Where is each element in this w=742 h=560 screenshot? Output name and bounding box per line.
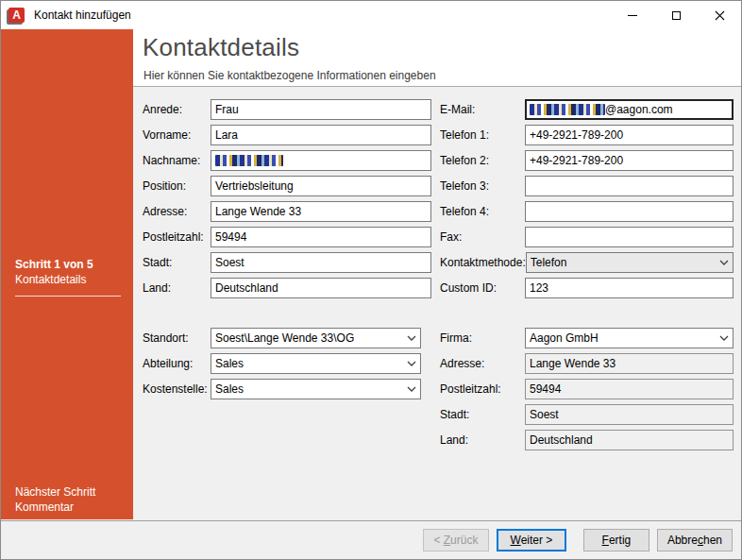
- fax-input[interactable]: [525, 227, 734, 247]
- form-row: Kostenstelle: Sales: [143, 379, 431, 399]
- form-row: Position:: [143, 176, 431, 196]
- form-row: Kontaktmethode: Telefon: [440, 252, 734, 273]
- standort-label: Standort:: [143, 331, 211, 345]
- stadt-input[interactable]: [211, 252, 431, 273]
- form-row: Land:: [440, 430, 734, 450]
- next-step-label: Nächster Schritt: [15, 484, 121, 500]
- firma-select[interactable]: Aagon GmbH: [525, 328, 734, 348]
- postleitzahl-label: Postleitzahl:: [143, 230, 211, 244]
- form-row: Abteilung: Sales: [143, 353, 431, 374]
- abteilung-value: Sales: [215, 357, 403, 370]
- form-row: Telefon 1:: [440, 125, 734, 145]
- kostenstelle-label: Kostenstelle:: [143, 382, 211, 396]
- close-button[interactable]: [698, 1, 741, 29]
- firma-label: Firma:: [440, 331, 525, 345]
- org-fields: Standort: Soest\Lange Wende 33\OG Abteil…: [143, 328, 431, 404]
- adresse-label: Adresse:: [143, 205, 211, 218]
- anrede-label: Anrede:: [143, 103, 211, 116]
- standort-value: Soest\Lange Wende 33\OG: [215, 331, 403, 345]
- form-row: Custom ID:: [440, 278, 734, 298]
- redacted-text: [530, 104, 605, 115]
- back-button: < Zurück: [423, 529, 489, 552]
- maximize-button[interactable]: [654, 1, 698, 29]
- form-area: Anrede: Vorname: Nachname: Position: Adr…: [133, 87, 741, 522]
- chevron-down-icon: [719, 260, 729, 265]
- maximize-icon: [672, 11, 681, 20]
- telefon4-input[interactable]: [525, 201, 734, 222]
- redacted-text: [215, 155, 283, 166]
- form-row: Standort: Soest\Lange Wende 33\OG: [143, 328, 431, 348]
- customid-input[interactable]: [525, 278, 734, 298]
- step-counter: Schritt 1 von 5: [15, 257, 121, 272]
- form-row: E-Mail: @aagon.com: [440, 99, 734, 120]
- anrede-input[interactable]: [211, 99, 431, 120]
- form-row: Land:: [143, 278, 431, 298]
- button-label: F: [602, 534, 609, 547]
- minimize-icon: [628, 15, 637, 16]
- form-row: Anrede:: [143, 99, 431, 120]
- button-label: W: [511, 534, 521, 547]
- chevron-down-icon: [407, 335, 416, 341]
- person-fields: Anrede: Vorname: Nachname: Position: Adr…: [143, 99, 431, 303]
- form-row: Firma: Aagon GmbH: [440, 328, 734, 348]
- telefon1-label: Telefon 1:: [440, 128, 525, 142]
- contact-fields: E-Mail: @aagon.com Telefon 1: Telefon 2:…: [440, 99, 734, 303]
- button-label: <: [433, 534, 443, 547]
- abteilung-label: Abteilung:: [143, 357, 211, 370]
- form-row: Telefon 3:: [440, 176, 734, 196]
- vorname-input[interactable]: [211, 125, 431, 145]
- standort-select[interactable]: Soest\Lange Wende 33\OG: [211, 328, 421, 348]
- postleitzahl-input[interactable]: [211, 227, 431, 247]
- land-input[interactable]: [211, 278, 431, 298]
- wizard-sidebar: Schritt 1 von 5 Kontaktdetails Nächster …: [1, 29, 133, 519]
- email-label: E-Mail:: [440, 103, 525, 116]
- button-label: ertig: [609, 534, 631, 547]
- nachname-label: Nachname:: [143, 154, 211, 167]
- vorname-label: Vorname:: [143, 128, 211, 142]
- kontaktmethode-select[interactable]: Telefon: [526, 252, 734, 273]
- abteilung-select[interactable]: Sales: [211, 353, 421, 374]
- button-label: Z: [444, 534, 450, 547]
- cancel-button[interactable]: Abbrechen: [657, 529, 733, 552]
- form-row: Stadt:: [143, 252, 431, 273]
- form-row: Telefon 2:: [440, 150, 734, 171]
- app-icon: A: [8, 8, 25, 23]
- form-row: Adresse:: [143, 201, 431, 222]
- telefon4-label: Telefon 4:: [440, 205, 525, 218]
- form-row: Telefon 4:: [440, 201, 734, 222]
- kostenstelle-select[interactable]: Sales: [211, 379, 421, 399]
- button-label: Abbre: [667, 534, 698, 547]
- firma-adresse-input: [525, 353, 734, 374]
- telefon3-input[interactable]: [525, 176, 734, 196]
- finish-button[interactable]: Fertig: [583, 529, 649, 552]
- firma-stadt-label: Stadt:: [440, 408, 525, 421]
- firma-value: Aagon GmbH: [530, 331, 716, 345]
- step-name: Kontaktdetails: [15, 272, 121, 287]
- minimize-button[interactable]: [611, 1, 654, 29]
- form-row: Fax:: [440, 227, 734, 247]
- firma-adresse-label: Adresse:: [440, 357, 525, 370]
- next-button[interactable]: Weiter >: [497, 529, 566, 552]
- title-bar: A Kontakt hinzufügen: [1, 1, 741, 29]
- nachname-input[interactable]: [211, 150, 431, 171]
- form-row: Adresse:: [440, 353, 734, 374]
- button-label: urück: [450, 534, 478, 547]
- position-input[interactable]: [211, 176, 431, 196]
- page-subtitle: Hier können Sie kontaktbezogene Informat…: [143, 69, 436, 82]
- telefon2-label: Telefon 2:: [440, 154, 525, 167]
- company-fields: Firma: Aagon GmbH Adresse: Postleitzahl:…: [440, 328, 734, 455]
- email-input[interactable]: @aagon.com: [525, 99, 734, 120]
- next-step-indicator: Nächster Schritt Kommentar: [15, 484, 121, 515]
- kontaktmethode-value: Telefon: [531, 256, 716, 269]
- button-label: eiter >: [521, 534, 553, 547]
- kostenstelle-value: Sales: [215, 382, 403, 396]
- land-label: Land:: [143, 281, 211, 295]
- adresse-input[interactable]: [211, 201, 431, 222]
- firma-land-label: Land:: [440, 433, 525, 447]
- window-title: Kontakt hinzufügen: [34, 8, 131, 22]
- telefon2-input[interactable]: [525, 150, 734, 171]
- telefon1-input[interactable]: [525, 125, 734, 145]
- close-icon: [715, 10, 725, 21]
- chevron-down-icon: [719, 335, 729, 341]
- kontaktmethode-label: Kontaktmethode:: [440, 256, 526, 269]
